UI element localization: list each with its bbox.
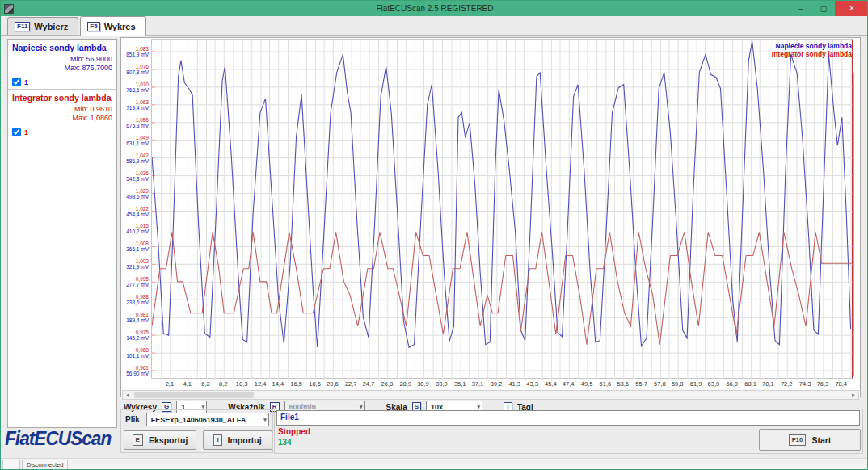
- record-status: Stopped: [278, 427, 310, 436]
- start-keychip: F10: [789, 434, 807, 446]
- importuj-keychip: I: [213, 434, 221, 446]
- file-name-input[interactable]: File1: [276, 410, 860, 426]
- x-tick-label: 66,0: [726, 380, 738, 388]
- y-tick-label: 1,002321,9 mV: [126, 258, 149, 270]
- chart-panel: 1,083851,9 mV1,076807,8 mV1,070763,6 mV1…: [120, 37, 861, 397]
- y-tick-label: 1,049631,1 mV: [126, 135, 149, 146]
- x-tick-label: 70,1: [762, 380, 774, 388]
- series-checkbox-label: 1: [24, 78, 28, 86]
- minimize-button[interactable]: –: [790, 1, 812, 16]
- scrollbar-thumb[interactable]: [134, 392, 254, 398]
- y-tick-label: 1,056675,3 mV: [126, 117, 149, 128]
- x-tick-label: 68,1: [744, 380, 756, 388]
- y-tick-label: 0,995277,7 mV: [126, 276, 149, 287]
- x-tick-label: 57,8: [654, 380, 666, 388]
- x-tick-label: 8,2: [219, 380, 227, 388]
- series-min: Min: 56,9000: [12, 55, 112, 64]
- x-tick-label: 30,9: [417, 380, 429, 388]
- x-tick-label: 47,4: [563, 380, 575, 388]
- series-checkbox-voltage[interactable]: [12, 78, 21, 86]
- start-button[interactable]: F10 Start: [759, 429, 861, 451]
- series-panel-integrator: Integrator sondy lambda Min: 0,9610 Max:…: [8, 89, 116, 139]
- y-tick-label: 1,083851,9 mV: [126, 46, 149, 57]
- series-name: Napiecie sondy lambda: [12, 43, 112, 52]
- x-tick-label: 43,3: [526, 380, 538, 388]
- x-tick-label: 45,4: [545, 380, 557, 388]
- y-tick-label: 1,076807,8 mV: [126, 64, 149, 75]
- close-button[interactable]: ✕: [835, 1, 868, 16]
- x-tick-label: 35,1: [454, 380, 466, 388]
- y-tick-label: 0,981189,4 mV: [126, 312, 149, 323]
- legend-entry: Napiecie sondy lambda: [772, 42, 852, 50]
- eksportuj-keychip: E: [133, 434, 143, 446]
- eksportuj-button[interactable]: E Eksportuj: [124, 430, 196, 450]
- tab-wybierz-label: Wybierz: [34, 22, 68, 31]
- plik-select[interactable]: FESExp_1406061930_ALFA ▾: [146, 413, 269, 426]
- tab-wykres[interactable]: F5 Wykres: [80, 16, 145, 36]
- series-panel-voltage: Napiecie sondy lambda Min: 56,9000 Max: …: [8, 40, 116, 89]
- series-sidebar: Napiecie sondy lambda Min: 56,9000 Max: …: [7, 39, 117, 428]
- y-axis-labels: 1,083851,9 mV1,076807,8 mV1,070763,6 mV1…: [121, 39, 150, 379]
- x-tick-label: 72,2: [781, 380, 793, 388]
- maximize-button[interactable]: ▢: [812, 1, 835, 16]
- x-tick-label: 49,5: [581, 380, 593, 388]
- scroll-left-icon[interactable]: ◄: [123, 391, 133, 399]
- scroll-right-icon[interactable]: ►: [849, 391, 858, 399]
- status-bar: Disconnected: [1, 458, 868, 470]
- x-tick-label: 33,0: [436, 380, 448, 388]
- x-tick-label: 22,7: [345, 380, 357, 388]
- plik-value: FESExp_1406061930_ALFA: [151, 416, 246, 424]
- x-tick-label: 2,1: [166, 380, 174, 388]
- eksportuj-label: Eksportuj: [149, 435, 188, 445]
- series-line-1: [152, 232, 852, 344]
- x-tick-label: 20,6: [327, 380, 339, 388]
- x-tick-label: 28,9: [399, 380, 411, 388]
- y-tick-label: 1,015410,2 mV: [126, 223, 149, 234]
- y-tick-label: 0,975145,2 mV: [126, 329, 149, 341]
- legend-entry: Integrator sondy lambda: [772, 50, 852, 58]
- series-checkbox-label: 1: [24, 128, 28, 136]
- y-tick-label: 1,063719,4 mV: [126, 99, 149, 111]
- chart-plot-area[interactable]: [151, 39, 853, 379]
- x-tick-label: 74,3: [799, 380, 811, 388]
- series-max: Max: 1,0860: [12, 114, 112, 123]
- x-tick-label: 18,6: [309, 380, 321, 388]
- x-tick-label: 78,4: [835, 380, 847, 388]
- x-tick-label: 59,8: [672, 380, 684, 388]
- app-window: FiatECUScan 2.5 REGISTERED – ▢ ✕ F11 Wyb…: [0, 0, 868, 470]
- chart-legend: Napiecie sondy lambdaIntegrator sondy la…: [772, 42, 852, 58]
- x-tick-label: 61,9: [690, 380, 702, 388]
- y-tick-label: 1,070763,6 mV: [126, 82, 149, 93]
- chevron-down-icon: ▾: [263, 417, 267, 423]
- x-tick-label: 39,2: [491, 380, 503, 388]
- series-name: Integrator sondy lambda: [12, 93, 112, 103]
- x-tick-label: 37,1: [472, 380, 484, 388]
- title-bar: FiatECUScan 2.5 REGISTERED – ▢ ✕: [1, 1, 868, 16]
- tab-wykres-keychip: F5: [87, 22, 99, 31]
- series-checkbox-integrator[interactable]: [12, 128, 21, 136]
- x-tick-label: 26,8: [381, 380, 394, 388]
- x-tick-label: 14,4: [272, 380, 284, 388]
- series-max: Max: 876,7000: [12, 64, 112, 73]
- x-tick-label: 63,9: [708, 380, 720, 388]
- app-logo: FiatECUScan: [5, 427, 111, 450]
- chart-horizontal-scrollbar[interactable]: ◄ ►: [122, 390, 859, 400]
- x-tick-label: 12,4: [255, 380, 267, 388]
- y-tick-label: 0,988233,6 mV: [126, 294, 149, 305]
- x-tick-label: 6,2: [201, 380, 209, 388]
- x-tick-label: 55,7: [635, 380, 647, 388]
- y-tick-label: 1,008366,1 mV: [126, 241, 149, 252]
- x-tick-label: 53,6: [617, 380, 629, 388]
- plik-label: Plik: [125, 415, 140, 424]
- x-tick-label: 76,3: [817, 380, 829, 388]
- y-tick-label: 1,022454,4 mV: [126, 206, 149, 217]
- x-tick-label: 41,3: [508, 380, 520, 388]
- series-min: Min: 0,9610: [12, 105, 112, 114]
- tab-wykres-label: Wykres: [104, 22, 136, 31]
- connection-status: Disconnected: [22, 460, 68, 470]
- importuj-button[interactable]: I Importuj: [203, 430, 272, 450]
- y-tick-label: 0,968101,1 mV: [126, 347, 149, 359]
- tab-wybierz[interactable]: F11 Wybierz: [7, 17, 78, 35]
- tab-bar: F11 Wybierz F5 Wykres: [1, 16, 868, 36]
- window-title: FiatECUScan 2.5 REGISTERED: [1, 4, 868, 13]
